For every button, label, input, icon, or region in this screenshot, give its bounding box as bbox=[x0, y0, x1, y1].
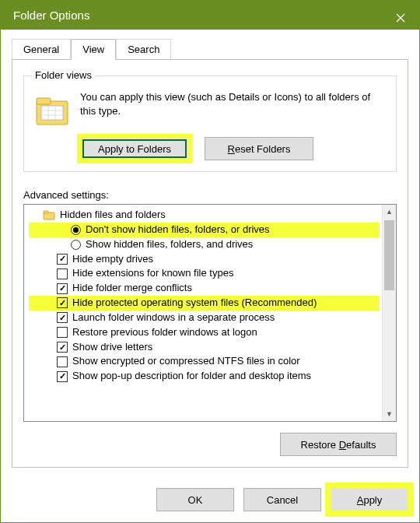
adv-item[interactable]: Hide protected operating system files (R… bbox=[29, 296, 379, 311]
adv-item[interactable]: Show drive letters bbox=[29, 340, 379, 355]
checkbox-icon[interactable] bbox=[57, 254, 68, 265]
view-tab-panel: Folder views You can apply this view (su… bbox=[12, 59, 408, 468]
ok-button[interactable]: OK bbox=[156, 488, 234, 511]
restore-defaults-row: Restore Defaults bbox=[23, 433, 397, 456]
folder-icon bbox=[33, 92, 71, 129]
scroll-thumb[interactable] bbox=[384, 220, 394, 290]
folder-views-buttons: Apply to Folders Reset Folders bbox=[80, 137, 387, 160]
tab-search[interactable]: Search bbox=[116, 39, 171, 59]
checkbox-icon[interactable] bbox=[57, 297, 68, 308]
window-title: Folder Options bbox=[13, 9, 89, 22]
close-icon bbox=[396, 13, 405, 23]
restore-defaults-label: Restore Defaults bbox=[301, 439, 376, 451]
reset-folders-button[interactable]: Reset Folders bbox=[205, 137, 313, 160]
tab-strip: General View Search bbox=[12, 36, 408, 59]
titlebar: Folder Options bbox=[1, 1, 419, 30]
adv-item-label: Show encrypted or compressed NTFS files … bbox=[72, 354, 300, 369]
adv-item[interactable]: Restore previous folder windows at logon bbox=[29, 325, 379, 340]
folder-views-group: Folder views You can apply this view (su… bbox=[23, 75, 397, 172]
adv-item[interactable]: Show encrypted or compressed NTFS files … bbox=[29, 354, 379, 369]
adv-item-label: Show hidden files, folders, and drives bbox=[86, 237, 253, 252]
apply-to-folders-label: Apply to Folders bbox=[98, 143, 171, 155]
checkbox-icon[interactable] bbox=[57, 327, 68, 338]
checkbox-icon[interactable] bbox=[57, 269, 68, 279]
adv-item[interactable]: Hide empty drives bbox=[29, 252, 379, 267]
folder-views-description: You can apply this view (such as Details… bbox=[80, 90, 387, 118]
adv-item-label: Restore previous folder windows at logon bbox=[72, 325, 257, 340]
close-button[interactable] bbox=[382, 1, 419, 35]
tab-view[interactable]: View bbox=[71, 39, 116, 60]
apply-button[interactable]: Apply bbox=[331, 488, 408, 511]
folder-views-row: You can apply this view (such as Details… bbox=[33, 90, 387, 129]
checkbox-icon[interactable] bbox=[57, 356, 68, 367]
adv-item-label: Show pop-up description for folder and d… bbox=[72, 369, 311, 384]
svg-rect-3 bbox=[37, 98, 51, 104]
adv-item-label: Hide empty drives bbox=[72, 252, 153, 267]
apply-to-folders-button[interactable]: Apply to Folders bbox=[80, 137, 189, 160]
adv-item-label: Hide protected operating system files (R… bbox=[72, 296, 317, 311]
dialog-buttons: OK Cancel Apply bbox=[1, 479, 419, 522]
adv-item[interactable]: Launch folder windows in a separate proc… bbox=[29, 311, 379, 325]
advanced-settings-list[interactable]: Hidden files and foldersDon't show hidde… bbox=[24, 205, 382, 421]
scroll-up-arrow-icon[interactable]: ▲ bbox=[383, 205, 396, 219]
adv-item[interactable]: Don't show hidden files, folders, or dri… bbox=[29, 223, 379, 237]
adv-item[interactable]: Show pop-up description for folder and d… bbox=[29, 369, 379, 384]
checkbox-icon[interactable] bbox=[57, 342, 68, 353]
checkbox-icon[interactable] bbox=[57, 371, 68, 382]
advanced-settings-label: Advanced settings: bbox=[23, 189, 397, 201]
adv-item-label: Launch folder windows in a separate proc… bbox=[72, 311, 275, 325]
cancel-button[interactable]: Cancel bbox=[243, 488, 321, 511]
adv-item[interactable]: Hide extensions for known file types bbox=[29, 266, 379, 281]
adv-item[interactable]: Hide folder merge conflicts bbox=[29, 281, 379, 296]
scroll-down-arrow-icon[interactable]: ▼ bbox=[383, 407, 396, 421]
apply-button-label: Apply bbox=[357, 494, 383, 506]
radio-icon[interactable] bbox=[71, 240, 81, 250]
restore-defaults-button[interactable]: Restore Defaults bbox=[280, 433, 397, 456]
adv-item-label: Show drive letters bbox=[72, 340, 152, 355]
adv-item[interactable]: Hidden files and folders bbox=[29, 208, 379, 223]
svg-rect-10 bbox=[44, 211, 48, 213]
client-area: General View Search Folder views bbox=[1, 30, 419, 479]
reset-folders-label: Reset Folders bbox=[228, 143, 291, 155]
adv-item-label: Hide folder merge conflicts bbox=[72, 281, 192, 296]
checkbox-icon[interactable] bbox=[57, 312, 68, 323]
folder-views-label: Folder views bbox=[32, 69, 95, 81]
adv-item[interactable]: Show hidden files, folders, and drives bbox=[29, 237, 379, 252]
checkbox-icon[interactable] bbox=[57, 283, 68, 294]
radio-icon[interactable] bbox=[71, 225, 81, 235]
folder-icon bbox=[43, 209, 55, 221]
adv-item-label: Hidden files and folders bbox=[60, 208, 166, 223]
adv-item-label: Don't show hidden files, folders, or dri… bbox=[86, 223, 270, 237]
advanced-settings-box: Hidden files and foldersDon't show hidde… bbox=[23, 204, 397, 422]
adv-item-label: Hide extensions for known file types bbox=[72, 266, 233, 281]
svg-rect-4 bbox=[41, 106, 63, 120]
folder-options-window: Folder Options General View Search Folde… bbox=[0, 0, 420, 523]
scrollbar[interactable]: ▲ ▼ bbox=[382, 205, 396, 421]
tab-general[interactable]: General bbox=[12, 39, 71, 59]
